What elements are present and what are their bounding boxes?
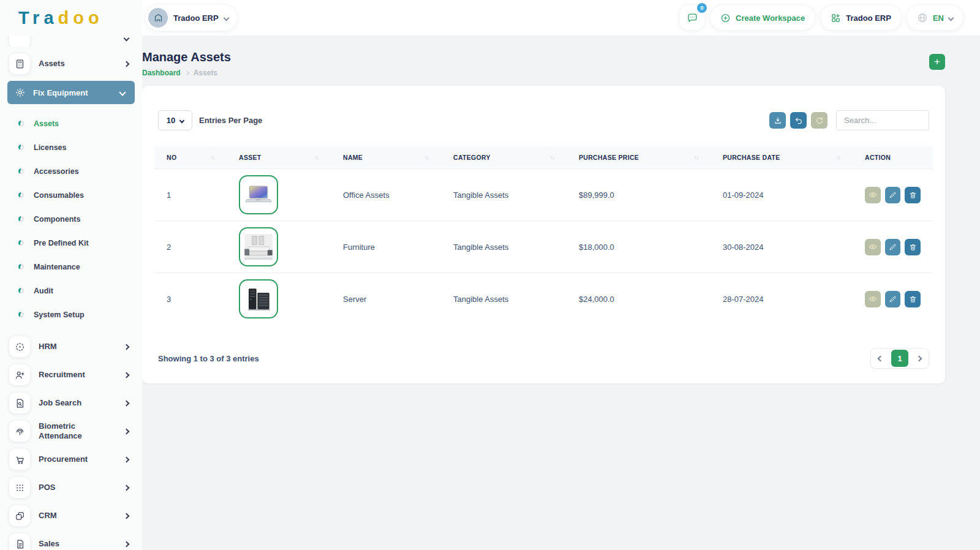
sidebar-item-job-search[interactable]: Job Search [0, 389, 142, 417]
clipped-icon [9, 36, 30, 47]
column-header-name[interactable]: NAME↑↓ [331, 154, 441, 161]
refresh-button[interactable] [811, 112, 827, 129]
page-number-button[interactable]: 1 [891, 350, 908, 367]
entries-per-page-select[interactable]: 10 [158, 110, 192, 130]
sidebar-item-label: CRM [39, 511, 57, 521]
view-button[interactable] [865, 187, 881, 203]
fingerprint-icon [9, 421, 30, 442]
sort-icon: ↑↓ [210, 154, 214, 160]
submenu-item-system-setup[interactable]: System Setup [0, 303, 142, 326]
sidebar-item-hrm[interactable]: HRM [0, 333, 142, 361]
grid-plus-icon [831, 13, 841, 23]
view-button[interactable] [865, 239, 881, 255]
entries-per-page-label: Entries Per Page [199, 116, 262, 125]
showing-entries-text: Showing 1 to 3 of 3 entries [158, 354, 259, 363]
cart-icon [9, 449, 30, 470]
column-header-purchase-price[interactable]: PURCHASE PRICE↑↓ [567, 154, 710, 161]
eye-icon [869, 295, 877, 303]
cell-category: Tangible Assets [441, 190, 567, 200]
column-header-no[interactable]: NO↑↓ [154, 154, 227, 161]
submenu-item-maintenance[interactable]: Maintenance [0, 255, 142, 279]
submenu-item-licenses[interactable]: Licenses [0, 135, 142, 159]
column-header-category[interactable]: CATEGORY↑↓ [441, 154, 567, 161]
submenu-item-pre-defined-kit[interactable]: Pre Defined Kit [0, 231, 142, 255]
bullet-icon [18, 145, 24, 150]
sidebar-modules: HRM Recruitment Job Search Biometric Att… [0, 333, 142, 550]
breadcrumb-dashboard-link[interactable]: Dashboard [142, 69, 181, 77]
cell-price: $24,000.0 [567, 295, 710, 304]
chevron-down-icon [948, 15, 954, 21]
cell-name: Office Assets [331, 190, 441, 200]
sidebar-item-procurement[interactable]: Procurement [0, 445, 142, 473]
create-workspace-label: Create Workspace [736, 13, 805, 23]
chevron-right-icon [916, 355, 922, 361]
cell-name: Server [331, 295, 441, 304]
chevron-right-icon [124, 400, 130, 406]
edit-button[interactable] [885, 187, 901, 203]
cell-date: 01-09-2024 [710, 190, 853, 200]
chevron-down-icon [223, 15, 229, 21]
building-icon [148, 8, 168, 28]
cell-category: Tangible Assets [441, 243, 567, 252]
submenu-item-accessories[interactable]: Accessories [0, 159, 142, 183]
sidebar-item-biometric-attendance[interactable]: Biometric Attendance [0, 417, 142, 445]
hrm-icon [9, 336, 30, 357]
sidebar-item-pos[interactable]: POS [0, 473, 142, 502]
entries-per-page-value: 10 [167, 116, 175, 125]
add-asset-button[interactable]: + [929, 54, 945, 70]
export-button[interactable] [769, 112, 786, 129]
sidebar-item-assets[interactable]: Assets [0, 50, 142, 77]
sidebar-item-fix-equipment[interactable]: Fix Equipment [7, 81, 135, 104]
undo-button[interactable] [790, 112, 807, 129]
bullet-icon [18, 312, 24, 317]
sidebar-item-recruitment[interactable]: Recruitment [0, 361, 142, 389]
workspace-switcher[interactable]: Tradoo ERP [145, 5, 237, 31]
row-actions [865, 291, 921, 307]
pencil-icon [889, 295, 897, 303]
edit-button[interactable] [885, 291, 901, 307]
next-page-button[interactable] [917, 356, 921, 361]
chat-button[interactable]: 0 [680, 6, 704, 30]
undo-icon [794, 116, 803, 125]
page-title: Manage Assets [142, 50, 231, 64]
cell-no: 2 [154, 243, 227, 252]
chevron-right-icon [124, 541, 130, 547]
trash-icon [909, 243, 917, 251]
submenu-item-assets[interactable]: Assets [0, 111, 142, 135]
delete-button[interactable] [905, 239, 921, 255]
sidebar-item-sales[interactable]: Sales [0, 530, 142, 550]
view-button[interactable] [865, 291, 881, 307]
app-root: Tradoo Assets Fix Equipment Assets Licen [0, 0, 980, 550]
chevron-left-icon [878, 355, 884, 361]
erp-shortcut-button[interactable]: Tradoo ERP [821, 6, 901, 30]
pencil-icon [889, 243, 897, 251]
table-tool-buttons [769, 112, 827, 129]
delete-button[interactable] [905, 187, 921, 203]
sidebar-item-label: HRM [39, 342, 57, 352]
chevron-right-icon [124, 456, 130, 462]
table-row: 2 Furniture Tangible Assets $18,000.0 30… [154, 220, 933, 273]
edit-button[interactable] [885, 239, 901, 255]
chevron-right-icon [124, 372, 130, 378]
column-header-purchase-date[interactable]: PURCHASE DATE↑↓ [710, 154, 853, 161]
column-header-asset[interactable]: ASSET↑↓ [227, 154, 331, 161]
asset-thumbnail-laptop [239, 175, 278, 214]
submenu-item-components[interactable]: Components [0, 207, 142, 231]
sort-icon: ↑↓ [314, 154, 318, 160]
language-selector[interactable]: EN [907, 6, 963, 30]
search-input[interactable] [836, 110, 929, 130]
submenu-item-audit[interactable]: Audit [0, 279, 142, 303]
pencil-icon [889, 191, 897, 199]
submenu-item-consumables[interactable]: Consumables [0, 183, 142, 207]
user-plus-icon [9, 364, 30, 385]
cell-category: Tangible Assets [441, 295, 567, 304]
pagination: 1 [870, 348, 929, 369]
sidebar-item-crm[interactable]: CRM [0, 502, 142, 530]
bullet-icon [18, 288, 24, 293]
previous-page-button[interactable] [878, 356, 883, 361]
workspace-name: Tradoo ERP [173, 13, 219, 23]
bullet-icon [18, 121, 24, 126]
create-workspace-button[interactable]: Create Workspace [710, 6, 815, 30]
chevron-right-icon [124, 513, 130, 519]
delete-button[interactable] [905, 291, 921, 307]
